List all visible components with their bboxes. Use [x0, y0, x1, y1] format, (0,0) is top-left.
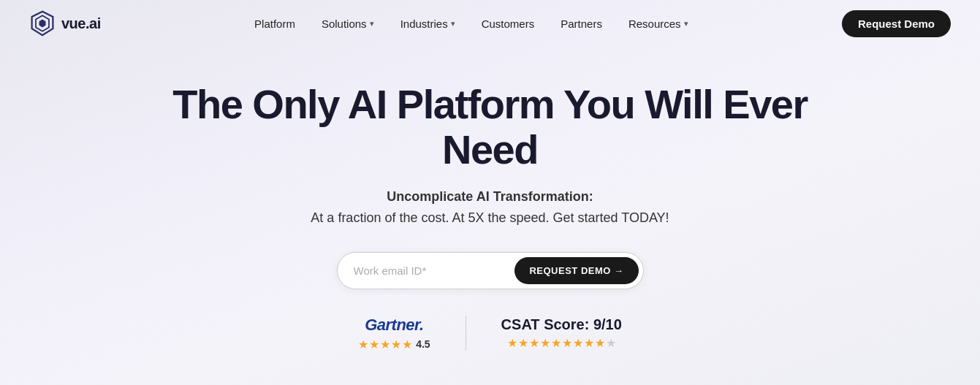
- hero-title: The Only AI Platform You Will Ever Need: [162, 82, 819, 172]
- nav-item-customers[interactable]: Customers: [482, 18, 535, 30]
- gartner-block: Gartner. ★ ★ ★ ★ ★ 4.5: [358, 316, 430, 351]
- request-demo-button[interactable]: REQUEST DEMO →: [514, 257, 638, 284]
- nav-request-demo-button[interactable]: Request Demo: [842, 10, 951, 37]
- logo-link[interactable]: vue.ai: [29, 10, 101, 37]
- csat-block: CSAT Score: 9/10 ★ ★ ★ ★ ★ ★ ★ ★ ★ ★: [501, 316, 622, 350]
- chevron-down-icon: ▾: [684, 19, 688, 28]
- star-5-half: ★: [402, 338, 412, 351]
- divider: [466, 316, 466, 351]
- nav-item-partners[interactable]: Partners: [561, 18, 602, 30]
- navbar: vue.ai Platform Solutions ▾ Industries ▾…: [0, 0, 980, 47]
- email-input[interactable]: [354, 264, 515, 277]
- svg-marker-2: [39, 20, 46, 28]
- star-3: ★: [380, 338, 390, 351]
- nav-item-resources[interactable]: Resources ▾: [628, 18, 688, 30]
- star-4: ★: [391, 338, 401, 351]
- hero-section: The Only AI Platform You Will Ever Need …: [0, 47, 980, 381]
- logo-icon: [29, 10, 56, 37]
- gartner-rating-row: ★ ★ ★ ★ ★ 4.5: [358, 338, 430, 351]
- nav-item-platform[interactable]: Platform: [254, 18, 295, 30]
- logo-text: vue.ai: [61, 15, 101, 32]
- gartner-rating-number: 4.5: [416, 338, 430, 350]
- chevron-down-icon: ▾: [451, 19, 455, 28]
- hero-subtitle-bold: Uncomplicate AI Transformation:: [387, 189, 593, 204]
- social-proof: Gartner. ★ ★ ★ ★ ★ 4.5 CSAT Score: 9/10 …: [358, 316, 622, 351]
- star-2: ★: [369, 338, 379, 351]
- hero-subtitle-text: At a fraction of the cost. At 5X the spe…: [311, 210, 669, 225]
- star-1: ★: [358, 338, 368, 351]
- csat-title: CSAT Score: 9/10: [501, 316, 622, 333]
- nav-item-solutions[interactable]: Solutions ▾: [322, 18, 374, 30]
- email-form: REQUEST DEMO →: [337, 252, 644, 289]
- csat-stars: ★ ★ ★ ★ ★ ★ ★ ★ ★ ★: [507, 336, 616, 350]
- nav-item-industries[interactable]: Industries ▾: [400, 18, 455, 30]
- gartner-logo: Gartner.: [365, 316, 423, 335]
- nav-links: Platform Solutions ▾ Industries ▾ Custom…: [254, 18, 688, 30]
- gartner-stars: ★ ★ ★ ★ ★: [358, 338, 412, 351]
- hero-subtitle: Uncomplicate AI Transformation: At a fra…: [311, 186, 669, 229]
- chevron-down-icon: ▾: [370, 19, 374, 28]
